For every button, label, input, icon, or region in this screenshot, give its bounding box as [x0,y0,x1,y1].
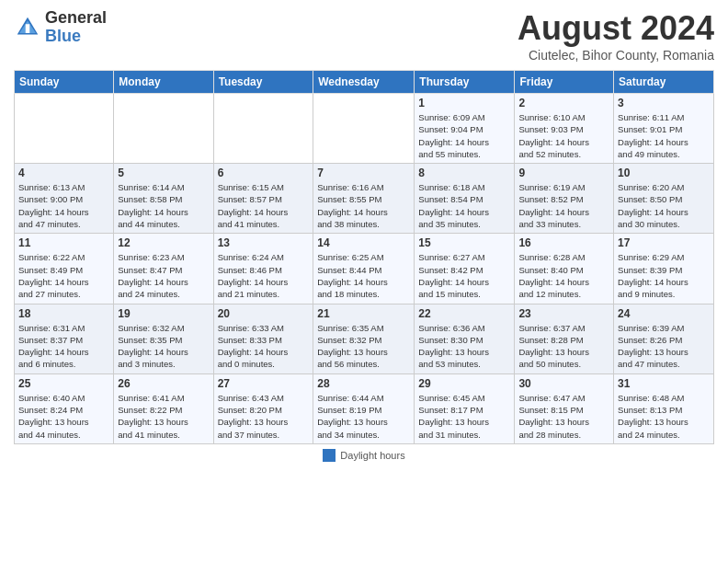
calendar-header-wednesday: Wednesday [313,71,415,94]
day-info: Sunrise: 6:48 AM Sunset: 8:13 PM Dayligh… [618,392,710,441]
day-number: 20 [218,307,310,320]
calendar-week-1: 1Sunrise: 6:09 AM Sunset: 9:04 PM Daylig… [15,94,714,164]
day-number: 13 [218,236,310,249]
day-number: 8 [418,167,510,179]
day-number: 16 [518,236,609,249]
day-info: Sunrise: 6:36 AM Sunset: 8:30 PM Dayligh… [418,322,510,371]
calendar-week-5: 25Sunrise: 6:40 AM Sunset: 8:24 PM Dayli… [15,373,714,443]
logo-general-text: General [45,9,107,28]
calendar-cell: 9Sunrise: 6:19 AM Sunset: 8:52 PM Daylig… [515,164,614,234]
calendar-cell: 20Sunrise: 6:33 AM Sunset: 8:33 PM Dayli… [213,304,313,373]
day-number: 3 [618,97,710,109]
day-number: 22 [418,307,510,320]
day-number: 4 [18,167,109,179]
day-number: 24 [618,307,710,320]
calendar-cell: 26Sunrise: 6:41 AM Sunset: 8:22 PM Dayli… [114,373,213,443]
calendar-cell: 17Sunrise: 6:29 AM Sunset: 8:39 PM Dayli… [614,234,714,304]
logo-text: General Blue [45,9,107,46]
day-info: Sunrise: 6:23 AM Sunset: 8:47 PM Dayligh… [118,251,209,300]
calendar-cell: 31Sunrise: 6:48 AM Sunset: 8:13 PM Dayli… [614,373,714,443]
day-info: Sunrise: 6:18 AM Sunset: 8:54 PM Dayligh… [418,181,510,230]
calendar-cell: 4Sunrise: 6:13 AM Sunset: 9:00 PM Daylig… [15,164,114,234]
header: General Blue August 2024 Ciutelec, Bihor… [14,9,714,63]
day-info: Sunrise: 6:29 AM Sunset: 8:39 PM Dayligh… [618,251,710,300]
day-info: Sunrise: 6:33 AM Sunset: 8:33 PM Dayligh… [218,322,310,371]
calendar-cell: 12Sunrise: 6:23 AM Sunset: 8:47 PM Dayli… [114,234,213,304]
day-number: 21 [317,307,410,320]
day-number: 25 [18,377,109,390]
calendar-cell [313,94,415,164]
day-info: Sunrise: 6:09 AM Sunset: 9:04 PM Dayligh… [418,111,510,160]
logo-blue-text: Blue [45,28,107,46]
day-number: 15 [418,236,510,249]
day-number: 29 [418,377,510,390]
day-info: Sunrise: 6:10 AM Sunset: 9:03 PM Dayligh… [518,111,609,160]
logo-icon [14,14,41,41]
logo: General Blue [14,9,107,46]
calendar-cell: 3Sunrise: 6:11 AM Sunset: 9:01 PM Daylig… [614,94,714,164]
calendar-header-row: SundayMondayTuesdayWednesdayThursdayFrid… [15,71,714,94]
day-info: Sunrise: 6:37 AM Sunset: 8:28 PM Dayligh… [518,322,609,371]
calendar-cell: 18Sunrise: 6:31 AM Sunset: 8:37 PM Dayli… [15,304,114,373]
day-info: Sunrise: 6:14 AM Sunset: 8:58 PM Dayligh… [118,181,209,230]
footer: Daylight hours [14,449,714,462]
calendar-cell: 5Sunrise: 6:14 AM Sunset: 8:58 PM Daylig… [114,164,213,234]
day-info: Sunrise: 6:41 AM Sunset: 8:22 PM Dayligh… [118,392,209,441]
day-number: 1 [418,97,510,109]
calendar-week-4: 18Sunrise: 6:31 AM Sunset: 8:37 PM Dayli… [15,304,714,373]
day-number: 26 [118,377,209,390]
day-info: Sunrise: 6:39 AM Sunset: 8:26 PM Dayligh… [618,322,710,371]
day-info: Sunrise: 6:11 AM Sunset: 9:01 PM Dayligh… [618,111,710,160]
calendar-header-saturday: Saturday [614,71,714,94]
calendar-table: SundayMondayTuesdayWednesdayThursdayFrid… [14,70,714,444]
calendar-cell: 2Sunrise: 6:10 AM Sunset: 9:03 PM Daylig… [515,94,614,164]
calendar-cell: 19Sunrise: 6:32 AM Sunset: 8:35 PM Dayli… [114,304,213,373]
calendar-cell: 25Sunrise: 6:40 AM Sunset: 8:24 PM Dayli… [15,373,114,443]
calendar-cell: 23Sunrise: 6:37 AM Sunset: 8:28 PM Dayli… [515,304,614,373]
day-number: 10 [618,167,710,179]
calendar-cell: 24Sunrise: 6:39 AM Sunset: 8:26 PM Dayli… [614,304,714,373]
day-info: Sunrise: 6:45 AM Sunset: 8:17 PM Dayligh… [418,392,510,441]
day-info: Sunrise: 6:43 AM Sunset: 8:20 PM Dayligh… [218,392,310,441]
main-title: August 2024 [518,9,714,48]
day-number: 28 [317,377,410,390]
svg-rect-2 [26,24,30,33]
calendar-cell: 10Sunrise: 6:20 AM Sunset: 8:50 PM Dayli… [614,164,714,234]
calendar-cell: 11Sunrise: 6:22 AM Sunset: 8:49 PM Dayli… [15,234,114,304]
day-number: 11 [18,236,109,249]
calendar-cell: 27Sunrise: 6:43 AM Sunset: 8:20 PM Dayli… [213,373,313,443]
calendar-header-thursday: Thursday [415,71,515,94]
day-number: 23 [518,307,609,320]
day-info: Sunrise: 6:47 AM Sunset: 8:15 PM Dayligh… [518,392,609,441]
title-block: August 2024 Ciutelec, Bihor County, Roma… [518,9,714,63]
calendar-cell [15,94,114,164]
calendar-cell: 1Sunrise: 6:09 AM Sunset: 9:04 PM Daylig… [415,94,515,164]
calendar-cell: 15Sunrise: 6:27 AM Sunset: 8:42 PM Dayli… [415,234,515,304]
calendar-cell: 7Sunrise: 6:16 AM Sunset: 8:55 PM Daylig… [313,164,415,234]
calendar-cell: 16Sunrise: 6:28 AM Sunset: 8:40 PM Dayli… [515,234,614,304]
day-info: Sunrise: 6:32 AM Sunset: 8:35 PM Dayligh… [118,322,209,371]
page: General Blue August 2024 Ciutelec, Bihor… [0,0,728,563]
calendar-cell: 29Sunrise: 6:45 AM Sunset: 8:17 PM Dayli… [415,373,515,443]
day-number: 14 [317,236,410,249]
day-number: 31 [618,377,710,390]
day-number: 19 [118,307,209,320]
day-number: 5 [118,167,209,179]
calendar-cell: 28Sunrise: 6:44 AM Sunset: 8:19 PM Dayli… [313,373,415,443]
day-info: Sunrise: 6:44 AM Sunset: 8:19 PM Dayligh… [317,392,410,441]
subtitle: Ciutelec, Bihor County, Romania [518,48,714,63]
calendar-header-sunday: Sunday [15,71,114,94]
calendar-header-monday: Monday [114,71,213,94]
day-info: Sunrise: 6:13 AM Sunset: 9:00 PM Dayligh… [18,181,109,230]
day-info: Sunrise: 6:22 AM Sunset: 8:49 PM Dayligh… [18,251,109,300]
calendar-cell [213,94,313,164]
calendar-cell: 6Sunrise: 6:15 AM Sunset: 8:57 PM Daylig… [213,164,313,234]
calendar-cell: 13Sunrise: 6:24 AM Sunset: 8:46 PM Dayli… [213,234,313,304]
calendar-cell: 14Sunrise: 6:25 AM Sunset: 8:44 PM Dayli… [313,234,415,304]
day-number: 6 [218,167,310,179]
day-number: 18 [18,307,109,320]
day-info: Sunrise: 6:25 AM Sunset: 8:44 PM Dayligh… [317,251,410,300]
day-number: 17 [618,236,710,249]
day-number: 30 [518,377,609,390]
calendar-header-friday: Friday [515,71,614,94]
